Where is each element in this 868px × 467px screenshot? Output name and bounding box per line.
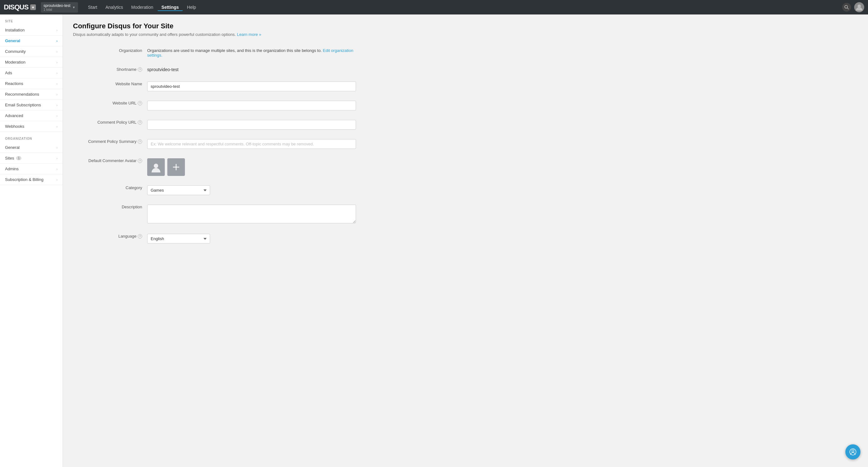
chevron-icon: › bbox=[56, 167, 58, 171]
website-url-input-wrapper bbox=[147, 98, 356, 111]
nav-settings[interactable]: Settings bbox=[158, 3, 182, 11]
description-row: Description bbox=[73, 202, 356, 224]
page-subtitle: Disqus automatically adapts to your comm… bbox=[73, 32, 858, 37]
language-input-wrapper: English bbox=[147, 231, 356, 243]
category-row: Category Games Tech News Sports Entertai… bbox=[73, 183, 356, 195]
description-input[interactable] bbox=[147, 205, 356, 224]
description-label: Description bbox=[73, 202, 142, 209]
organization-value: Organizations are used to manage multipl… bbox=[147, 46, 356, 58]
avatar-help-icon[interactable]: ? bbox=[138, 158, 142, 163]
shortname-label: Shortname ? bbox=[73, 64, 142, 72]
sidebar-item-webhooks[interactable]: Webhooks › bbox=[0, 121, 63, 132]
logo-text: DISQUS bbox=[4, 3, 28, 11]
site-selector[interactable]: sproutvideo-test 1 total ▼ bbox=[41, 2, 78, 12]
sidebar-item-moderation[interactable]: Moderation › bbox=[0, 57, 63, 68]
settings-form: Organization Organizations are used to m… bbox=[73, 46, 356, 243]
comment-policy-summary-help-icon[interactable]: ? bbox=[138, 139, 142, 144]
search-icon[interactable] bbox=[842, 3, 851, 12]
chevron-icon: › bbox=[56, 103, 58, 107]
nav-analytics[interactable]: Analytics bbox=[101, 3, 127, 11]
nav-start[interactable]: Start bbox=[84, 3, 101, 11]
website-name-label: Website Name bbox=[73, 79, 142, 86]
language-label: Language ? bbox=[73, 231, 142, 238]
svg-point-7 bbox=[852, 450, 854, 452]
avatar-input-wrapper bbox=[147, 156, 356, 176]
website-url-label: Website URL ? bbox=[73, 98, 142, 106]
sites-badge: 1 bbox=[16, 156, 22, 160]
avatar-label: Default Commenter Avatar ? bbox=[73, 156, 142, 163]
sidebar-item-subscription-billing[interactable]: Subscription & Billing › bbox=[0, 174, 63, 185]
chevron-icon: › bbox=[56, 156, 58, 160]
comment-policy-summary-input[interactable] bbox=[147, 139, 356, 149]
nav-help[interactable]: Help bbox=[183, 3, 200, 11]
organization-label: Organization bbox=[73, 46, 142, 53]
sidebar-item-ads[interactable]: Ads › bbox=[0, 68, 63, 78]
main-layout: SITE Installation › General › Community … bbox=[0, 14, 868, 467]
website-url-input[interactable] bbox=[147, 101, 356, 111]
sidebar-item-reactions[interactable]: Reactions › bbox=[0, 78, 63, 89]
chevron-icon: › bbox=[56, 39, 58, 43]
chevron-icon: › bbox=[56, 114, 58, 118]
shortname-value: sproutvideo-test bbox=[147, 64, 356, 72]
sidebar-item-admins[interactable]: Admins › bbox=[0, 164, 63, 174]
sidebar-item-community[interactable]: Community › bbox=[0, 46, 63, 57]
avatar-add-button[interactable] bbox=[167, 158, 185, 176]
comment-policy-summary-input-wrapper bbox=[147, 137, 356, 149]
comment-policy-summary-row: Comment Policy Summary ? bbox=[73, 137, 356, 149]
shortname-help-icon[interactable]: ? bbox=[138, 67, 142, 72]
top-navigation: DISQUS ★ sproutvideo-test 1 total ▼ Star… bbox=[0, 0, 868, 14]
language-select[interactable]: English bbox=[147, 234, 210, 243]
website-name-input-wrapper bbox=[147, 79, 356, 91]
nav-right bbox=[842, 2, 864, 12]
category-input-wrapper: Games Tech News Sports Entertainment Oth… bbox=[147, 183, 356, 195]
chevron-icon: › bbox=[56, 82, 58, 86]
nav-links: Start Analytics Moderation Settings Help bbox=[84, 3, 842, 11]
nav-moderation[interactable]: Moderation bbox=[127, 3, 157, 11]
comment-policy-url-label: Comment Policy URL ? bbox=[73, 117, 142, 125]
sidebar: SITE Installation › General › Community … bbox=[0, 14, 63, 467]
page-title: Configure Disqus for Your Site bbox=[73, 22, 858, 30]
chevron-icon: › bbox=[56, 92, 58, 96]
website-name-input[interactable] bbox=[147, 82, 356, 91]
shortname-row: Shortname ? sproutvideo-test bbox=[73, 64, 356, 72]
logo-star-icon: ★ bbox=[30, 4, 36, 10]
site-subtitle: 1 total bbox=[43, 8, 70, 11]
organization-row: Organization Organizations are used to m… bbox=[73, 46, 356, 58]
learn-more-link[interactable]: Learn more » bbox=[237, 32, 261, 37]
language-help-icon[interactable]: ? bbox=[138, 234, 142, 238]
category-label: Category bbox=[73, 183, 142, 190]
chevron-icon: › bbox=[56, 178, 58, 182]
language-row: Language ? English bbox=[73, 231, 356, 243]
chevron-icon: › bbox=[56, 146, 58, 149]
svg-line-1 bbox=[847, 8, 848, 9]
comment-policy-url-help-icon[interactable]: ? bbox=[138, 120, 142, 125]
website-name-row: Website Name bbox=[73, 79, 356, 91]
avatar-section bbox=[147, 158, 356, 176]
main-content: Configure Disqus for Your Site Disqus au… bbox=[63, 14, 868, 467]
category-select[interactable]: Games Tech News Sports Entertainment Oth… bbox=[147, 185, 210, 195]
sidebar-item-sites[interactable]: Sites 1 › bbox=[0, 153, 63, 164]
website-url-row: Website URL ? bbox=[73, 98, 356, 111]
sidebar-item-advanced[interactable]: Advanced › bbox=[0, 111, 63, 121]
floating-help-button[interactable] bbox=[845, 444, 861, 460]
comment-policy-summary-label: Comment Policy Summary ? bbox=[73, 137, 142, 144]
website-url-help-icon[interactable]: ? bbox=[138, 101, 142, 106]
org-section-label: ORGANIZATION bbox=[0, 132, 63, 142]
chevron-icon: › bbox=[56, 71, 58, 75]
chevron-icon: › bbox=[56, 50, 58, 54]
sidebar-item-installation[interactable]: Installation › bbox=[0, 25, 63, 35]
svg-point-3 bbox=[154, 164, 158, 168]
comment-policy-url-input[interactable] bbox=[147, 120, 356, 130]
chevron-icon: › bbox=[56, 60, 58, 64]
sidebar-item-email-subscriptions[interactable]: Email Subscriptions › bbox=[0, 100, 63, 111]
user-avatar[interactable] bbox=[854, 2, 864, 12]
page-header: Configure Disqus for Your Site Disqus au… bbox=[73, 22, 858, 37]
sidebar-item-general[interactable]: General › bbox=[0, 35, 63, 46]
chevron-icon: › bbox=[56, 28, 58, 32]
avatar-row: Default Commenter Avatar ? bbox=[73, 156, 356, 176]
site-name: sproutvideo-test bbox=[43, 3, 70, 8]
comment-policy-url-row: Comment Policy URL ? bbox=[73, 117, 356, 130]
sidebar-item-org-general[interactable]: General › bbox=[0, 142, 63, 153]
site-selector-arrow: ▼ bbox=[72, 6, 75, 9]
sidebar-item-recommendations[interactable]: Recommendations › bbox=[0, 89, 63, 100]
